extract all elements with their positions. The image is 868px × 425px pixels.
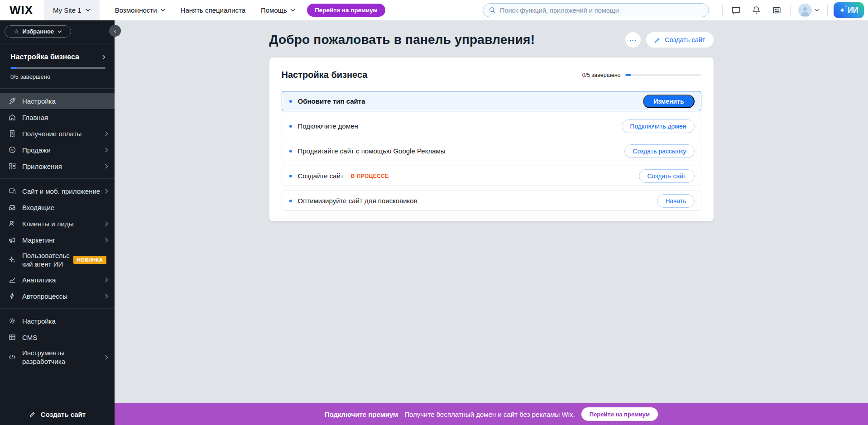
- chevron-down-icon: [86, 9, 91, 12]
- chevron-down-icon: [815, 9, 820, 12]
- sidebar-item-contacts-leads[interactable]: Клиенты и лиды: [0, 215, 115, 232]
- nav-help-label: Помощь: [261, 6, 287, 14]
- task-row-optimize-seo[interactable]: Оптимизируйте сайт для поисковиков Начат…: [282, 191, 701, 211]
- sidebar-create-site-button[interactable]: Создать сайт: [0, 403, 115, 425]
- wix-logo: WIX: [0, 3, 44, 17]
- megaphone-icon: [8, 236, 16, 244]
- main-area: Добро пожаловать в панель управления! ··…: [115, 20, 868, 425]
- sidebar-item-automations[interactable]: Автопроцессы: [0, 288, 115, 304]
- sidebar-item-label: Приложения: [22, 162, 105, 171]
- task-label: Обновите тип сайта: [298, 97, 365, 105]
- nav-hire-professional[interactable]: Нанять специалиста: [181, 6, 245, 14]
- page-title: Добро пожаловать в панель управления!: [269, 33, 535, 47]
- chevron-down-icon: [290, 9, 295, 12]
- card-progress-fill: [625, 74, 631, 76]
- business-setup-title: Настройка бизнеса: [10, 53, 79, 61]
- sidebar-item-label: Входящие: [22, 203, 108, 212]
- sidebar-item-settings[interactable]: Настройка: [0, 313, 115, 329]
- card-progress-bar: [625, 74, 701, 76]
- notifications-button[interactable]: [746, 5, 767, 15]
- chat-button[interactable]: [726, 5, 746, 15]
- task-row-create-site[interactable]: Создайте сайт В ПРОЦЕССЕ Создать сайт: [282, 166, 701, 186]
- task-change-button[interactable]: Изменить: [643, 95, 694, 108]
- sidebar-item-cms[interactable]: CMS: [0, 329, 115, 345]
- sidebar-item-label: Клиенты и лиды: [22, 220, 105, 228]
- divider: [790, 5, 791, 16]
- sidebar-item-marketing[interactable]: Маркетинг: [0, 232, 115, 248]
- chevron-right-icon: [102, 55, 106, 60]
- business-setup-card: Настройка бизнеса 0/5 завершено Обновите…: [269, 57, 714, 221]
- sidebar-item-ai-agent[interactable]: Пользовательский агент ИИ НОВИНКА: [0, 248, 115, 272]
- coin-icon: $: [8, 146, 16, 154]
- global-search[interactable]: [483, 3, 709, 17]
- chevron-right-icon: [105, 277, 108, 282]
- chat-icon: [731, 5, 741, 15]
- sparkle-icon: ✦✦: [839, 7, 845, 14]
- bell-icon: [752, 5, 761, 15]
- sidebar-item-label: Продажи: [22, 146, 105, 154]
- sidebar-item-label: Получение оплаты: [22, 129, 105, 138]
- cms-table-icon: [8, 333, 16, 341]
- nav-help[interactable]: Помощь: [261, 6, 295, 14]
- updates-button[interactable]: [767, 5, 787, 15]
- create-site-button-label: Создать сайт: [665, 36, 705, 43]
- site-selector-tab[interactable]: My Site 1: [44, 0, 100, 20]
- task-status-in-progress: В ПРОЦЕССЕ: [351, 173, 389, 179]
- newsletter-icon: [772, 5, 782, 15]
- avatar: [798, 4, 812, 17]
- sidebar-collapse-button[interactable]: ‹: [109, 25, 121, 37]
- banner-premium-button[interactable]: Перейти на премиум: [581, 407, 658, 421]
- business-setup-summary[interactable]: Настройка бизнеса 0/5 завершено: [0, 43, 115, 89]
- chevron-right-icon: [105, 221, 108, 226]
- sidebar-menu: Настройка Главная $ Получение оплаты $ П…: [0, 89, 115, 403]
- sidebar-item-setup[interactable]: Настройка: [0, 93, 115, 109]
- lightning-icon: [8, 292, 16, 300]
- task-row-connect-domain[interactable]: Подключите домен Подключить домен: [282, 116, 701, 136]
- upgrade-premium-button[interactable]: Перейти на премиум: [307, 4, 385, 17]
- sidebar-item-inbox[interactable]: Входящие: [0, 199, 115, 215]
- star-icon: ☆: [14, 28, 19, 35]
- sidebar-item-analytics[interactable]: Аналитика: [0, 272, 115, 288]
- task-row-promote-google-ads[interactable]: Продвигайте сайт с помощью Google Реклам…: [282, 141, 701, 161]
- sidebar: ☆ Избранное Настройка бизнеса 0/5 заверш…: [0, 20, 115, 425]
- sidebar-item-label: Сайт и моб. приложение: [22, 187, 105, 196]
- task-start-button[interactable]: Начать: [657, 194, 694, 208]
- sidebar-item-site-mobile-app[interactable]: Сайт и моб. приложение: [0, 183, 115, 199]
- more-options-button[interactable]: ···: [625, 32, 641, 48]
- sidebar-item-label: CMS: [22, 333, 108, 342]
- home-icon: [8, 113, 16, 121]
- sidebar-item-dev-tools[interactable]: Инструменты разработчика: [0, 345, 115, 369]
- task-row-update-site-type[interactable]: Обновите тип сайта Изменить: [282, 91, 701, 111]
- sidebar-item-apps[interactable]: Приложения: [0, 158, 115, 174]
- pencil-icon: [654, 37, 661, 43]
- sidebar-item-label: Инструменты разработчика: [22, 349, 105, 366]
- contacts-icon: [8, 220, 16, 228]
- top-bar: WIX My Site 1 Возможности Нанять специал…: [0, 0, 868, 20]
- invoice-icon: $: [8, 129, 16, 138]
- account-menu[interactable]: [794, 4, 824, 17]
- divider: [722, 5, 723, 16]
- create-site-button[interactable]: Создать сайт: [646, 32, 713, 48]
- task-connect-domain-button[interactable]: Подключить домен: [622, 119, 694, 133]
- sidebar-item-get-paid[interactable]: $ Получение оплаты: [0, 125, 115, 142]
- card-title: Настройка бизнеса: [282, 70, 368, 80]
- devices-icon: [8, 187, 16, 195]
- sparkle-icon: [8, 256, 16, 264]
- chevron-right-icon: [105, 164, 108, 169]
- favorites-label: Избранное: [23, 28, 54, 35]
- chevron-right-icon: [105, 131, 108, 136]
- topbar-icons: ✦✦ ИИ: [719, 2, 868, 18]
- apps-grid-icon: [8, 162, 16, 170]
- task-create-site-button[interactable]: Создать сайт: [639, 169, 694, 183]
- task-label: Подключите домен: [298, 122, 358, 130]
- favorites-selector[interactable]: ☆ Избранное: [5, 25, 71, 38]
- nav-features[interactable]: Возможности: [115, 6, 165, 14]
- card-progress-label: 0/5 завершено: [582, 72, 621, 78]
- sidebar-item-home[interactable]: Главная: [0, 109, 115, 125]
- task-create-campaign-button[interactable]: Создать рассылку: [624, 144, 694, 158]
- sidebar-item-sales[interactable]: $ Продажи: [0, 142, 115, 158]
- svg-text:$: $: [11, 131, 14, 135]
- ai-assistant-button[interactable]: ✦✦ ИИ: [834, 2, 864, 18]
- search-input[interactable]: [500, 7, 703, 14]
- pencil-icon: [29, 411, 36, 418]
